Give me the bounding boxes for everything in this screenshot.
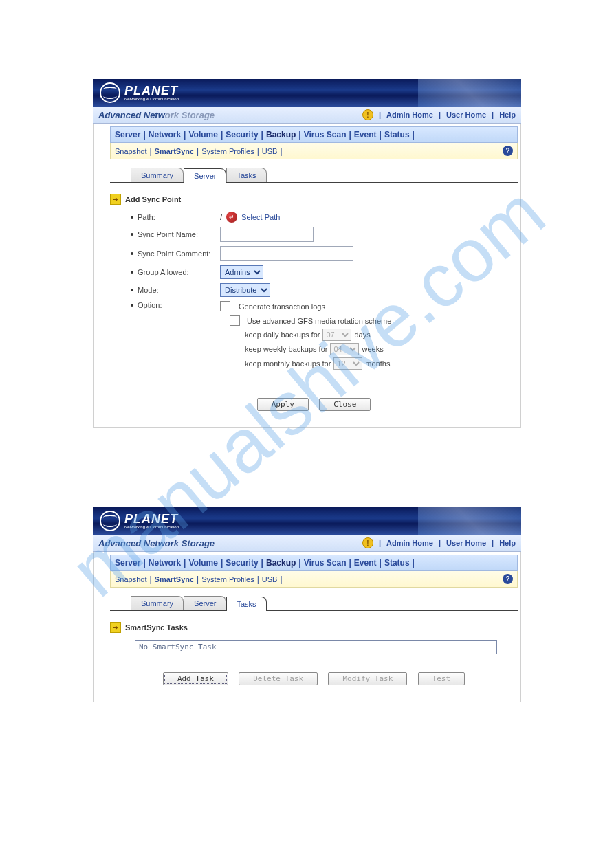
subnav-smartsync[interactable]: SmartSync (155, 147, 194, 155)
nav-event[interactable]: Event (354, 130, 377, 140)
mode-label: Mode: (138, 286, 159, 294)
apply-button[interactable]: Apply (257, 398, 309, 411)
content-panel: Server| Network| Volume| Security| Backu… (93, 552, 521, 702)
screenshot-server: PLANETNetworking & Communication Advance… (93, 79, 521, 428)
alert-icon[interactable]: ! (362, 537, 373, 548)
help-icon[interactable]: ? (503, 146, 513, 156)
brand-tagline: Networking & Communication (124, 97, 179, 101)
row-daily: keep daily backups for07days (245, 329, 518, 341)
help-link[interactable]: Help (499, 111, 516, 119)
row-group: Group Allowed: Admins (131, 265, 518, 279)
logs-checkbox[interactable] (220, 301, 230, 311)
admin-home-link[interactable]: Admin Home (386, 539, 433, 547)
button-row: Add Task Delete Task Modify Task Test (110, 667, 518, 695)
nav-network[interactable]: Network (149, 130, 181, 140)
sub-header: Advanced Network Storage !| Admin Home| … (93, 535, 521, 552)
task-list: No SmartSync Task (135, 640, 497, 654)
nav-backup[interactable]: Backup (266, 558, 296, 568)
row-name: Sync Point Name: (131, 227, 518, 242)
divider (110, 381, 518, 381)
name-input[interactable] (220, 227, 314, 242)
nav-virus[interactable]: Virus Scan (304, 558, 347, 568)
help-link[interactable]: Help (499, 539, 516, 547)
nav-virus[interactable]: Virus Scan (304, 130, 347, 140)
tabs: Summary Server Tasks (110, 168, 518, 183)
brand-logo: PLANETNetworking & Communication (100, 82, 179, 103)
tasks-section: ➜SmartSync Tasks No SmartSync Task Add T… (110, 611, 518, 702)
sub-header: Advanced Network Storage !| Admin Home| … (93, 107, 521, 124)
alert-icon[interactable]: ! (362, 109, 373, 120)
comment-input[interactable] (220, 246, 353, 261)
brand-logo: PLANETNetworking & Communication (100, 511, 179, 531)
user-home-link[interactable]: User Home (446, 111, 486, 119)
row-monthly: keep monthly backups for12months (245, 357, 518, 370)
brand-tagline: Networking & Communication (124, 525, 179, 529)
form-section: ➜Add Sync Point Path: /↵Select Path Sync… (110, 183, 518, 427)
modify-task-button: Modify Task (328, 672, 407, 685)
gfs-checkbox[interactable] (230, 315, 240, 326)
weekly-select: 04 (330, 343, 359, 355)
section-title: ➜SmartSync Tasks (110, 622, 518, 633)
nav-backup[interactable]: Backup (266, 130, 296, 140)
delete-task-button: Delete Task (239, 672, 318, 685)
subnav-sysprofiles[interactable]: System Profiles (201, 575, 254, 583)
test-button: Test (418, 672, 465, 685)
row-mode: Mode: Distribute (131, 283, 518, 297)
row-comment: Sync Point Comment: (131, 246, 518, 261)
select-path-link[interactable]: Select Path (241, 213, 280, 221)
group-select[interactable]: Admins (220, 265, 263, 279)
top-links: !| Admin Home| User Home| Help (362, 109, 516, 120)
tab-tasks[interactable]: Tasks (226, 168, 266, 182)
comment-label: Sync Point Comment: (138, 249, 210, 258)
globe-icon (100, 511, 120, 531)
arrow-icon: ➜ (110, 194, 121, 205)
nav-volume[interactable]: Volume (188, 130, 217, 140)
daily-select: 07 (322, 329, 351, 341)
nav-network[interactable]: Network (149, 558, 181, 568)
nav-status[interactable]: Status (384, 130, 410, 140)
gfs-label: Use advanced GFS media rotation scheme (247, 317, 391, 325)
nav-security[interactable]: Security (226, 558, 258, 568)
content-panel: Server| Network| Volume| Security| Backu… (93, 124, 521, 428)
nav-status[interactable]: Status (384, 558, 410, 568)
nav-server[interactable]: Server (115, 558, 140, 568)
app-header: PLANETNetworking & Communication (93, 79, 521, 107)
subnav-snapshot[interactable]: Snapshot (115, 147, 146, 155)
subnav-usb[interactable]: USB (262, 575, 278, 583)
globe-icon (100, 82, 120, 103)
tab-summary[interactable]: Summary (131, 596, 184, 610)
nav-server[interactable]: Server (115, 130, 140, 140)
subnav-smartsync[interactable]: SmartSync (155, 575, 194, 583)
subnav-usb[interactable]: USB (262, 147, 278, 155)
help-icon[interactable]: ? (503, 574, 513, 584)
top-links: !| Admin Home| User Home| Help (362, 537, 516, 548)
row-gfs: Use advanced GFS media rotation scheme (230, 315, 518, 326)
app-header: PLANETNetworking & Communication (93, 507, 521, 535)
subnav-snapshot[interactable]: Snapshot (115, 575, 146, 583)
tab-server[interactable]: Server (184, 168, 226, 183)
sub-nav: Snapshot| SmartSync| System Profiles| US… (110, 571, 518, 588)
logs-label: Generate transaction logs (239, 302, 325, 311)
tab-tasks[interactable]: Tasks (226, 597, 266, 611)
arrow-icon: ➜ (110, 622, 121, 633)
mode-select[interactable]: Distribute (220, 283, 270, 297)
tab-server[interactable]: Server (184, 596, 226, 610)
nav-security[interactable]: Security (226, 130, 258, 140)
button-row: Apply Close (110, 392, 518, 421)
select-path-icon[interactable]: ↵ (226, 212, 237, 223)
nav-event[interactable]: Event (354, 558, 377, 568)
row-option: Option: Generate transaction logs (131, 301, 518, 311)
tab-summary[interactable]: Summary (131, 168, 184, 182)
page-title: Advanced Network Storage (98, 110, 215, 120)
nav-volume[interactable]: Volume (188, 558, 217, 568)
page-title: Advanced Network Storage (98, 538, 215, 548)
sub-nav: Snapshot| SmartSync| System Profiles| US… (110, 143, 518, 159)
add-task-button[interactable]: Add Task (163, 672, 228, 685)
admin-home-link[interactable]: Admin Home (386, 111, 433, 119)
user-home-link[interactable]: User Home (446, 539, 486, 547)
brand-name: PLANET (124, 84, 178, 98)
main-nav: Server| Network| Volume| Security| Backu… (110, 126, 518, 143)
brand-name: PLANET (124, 512, 178, 526)
close-button[interactable]: Close (319, 398, 371, 411)
subnav-sysprofiles[interactable]: System Profiles (201, 147, 254, 155)
